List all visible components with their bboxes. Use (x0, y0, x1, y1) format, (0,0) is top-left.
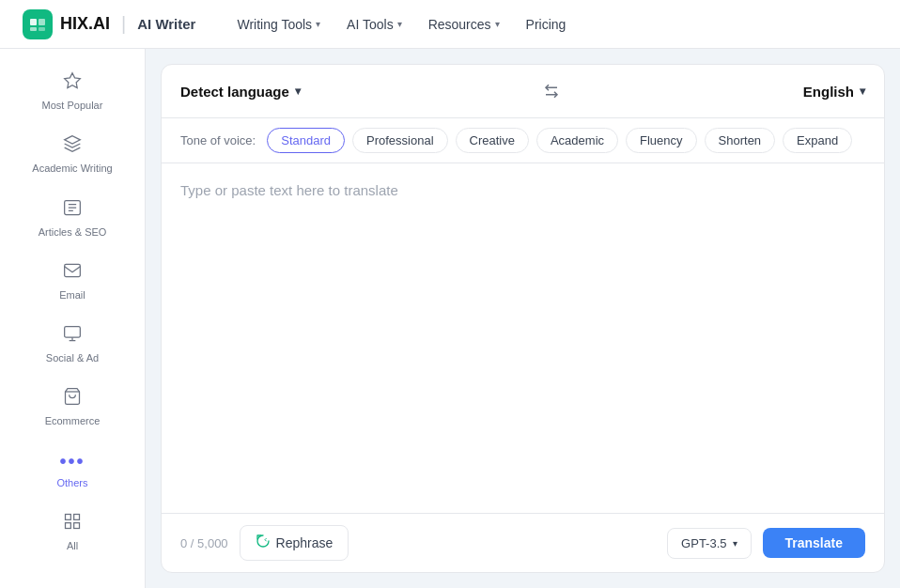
char-count: 0 / 5,000 (180, 536, 228, 550)
logo-text: HIX.AI (60, 14, 110, 34)
text-placeholder: Type or paste text here to translate (180, 182, 398, 198)
translator-card: Detect language ▾ English ▾ Tone of voic… (161, 64, 885, 573)
sidebar-item-academic-writing[interactable]: Academic Writing (8, 125, 137, 184)
nav-links: Writing Tools ▾ AI Tools ▾ Resources ▾ P… (225, 11, 877, 38)
tone-fluency-button[interactable]: Fluency (626, 128, 697, 153)
svg-rect-7 (66, 515, 71, 520)
sidebar-item-articles-seo[interactable]: Articles & SEO (8, 189, 137, 248)
sidebar-item-all[interactable]: All (8, 503, 137, 562)
language-swap-button[interactable] (536, 76, 566, 106)
bottom-bar: 0 / 5,000 Rephrase GPT-3.5 ▾ Tran (162, 513, 884, 572)
tone-label: Tone of voice: (180, 133, 256, 147)
text-input-area[interactable]: Type or paste text here to translate (162, 163, 884, 513)
chevron-down-icon: ▾ (733, 538, 737, 549)
sidebar-item-social-ad[interactable]: Social & Ad (8, 315, 137, 374)
target-language-label: English (803, 84, 854, 100)
svg-rect-8 (74, 515, 80, 520)
logo-icon (23, 9, 53, 39)
gpt-model-label: GPT-3.5 (681, 536, 726, 550)
svg-rect-1 (39, 19, 45, 25)
rephrase-label: Rephrase (276, 535, 334, 550)
academic-icon (63, 134, 82, 158)
svg-rect-9 (66, 523, 71, 529)
social-icon (63, 324, 82, 348)
sidebar-item-most-popular-label: Most Popular (42, 99, 103, 112)
tone-bar: Tone of voice: Standard Professional Cre… (162, 118, 884, 163)
sidebar-item-all-label: All (67, 539, 78, 552)
sidebar: Most Popular Academic Writing Articles &… (0, 49, 146, 588)
email-icon (63, 261, 82, 285)
translate-button[interactable]: Translate (763, 528, 865, 558)
star-icon (63, 71, 82, 95)
tone-standard-button[interactable]: Standard (267, 128, 345, 153)
chevron-down-icon: ▾ (397, 19, 402, 29)
tone-shorten-button[interactable]: Shorten (705, 128, 776, 153)
chevron-down-icon: ▾ (316, 19, 320, 29)
grid-icon (63, 512, 82, 535)
tone-expand-button[interactable]: Expand (783, 128, 852, 153)
logo[interactable]: HIX.AI | AI Writer (23, 9, 195, 39)
nav-writing-tools-label: Writing Tools (237, 17, 312, 32)
articles-icon (63, 198, 82, 222)
chevron-down-icon: ▾ (495, 19, 500, 29)
gpt-model-selector[interactable]: GPT-3.5 ▾ (667, 528, 751, 559)
chevron-down-icon: ▾ (295, 85, 301, 98)
nav-item-pricing[interactable]: Pricing (515, 11, 578, 38)
logo-subtitle: AI Writer (137, 16, 195, 32)
source-language-label: Detect language (180, 84, 289, 100)
svg-rect-5 (65, 264, 81, 276)
source-language-selector[interactable]: Detect language ▾ (180, 84, 301, 100)
language-bar: Detect language ▾ English ▾ (162, 65, 884, 118)
logo-separator: | (121, 13, 126, 35)
nav-ai-tools-label: AI Tools (347, 17, 394, 32)
rephrase-button[interactable]: Rephrase (240, 525, 349, 561)
chevron-down-icon: ▾ (860, 85, 865, 98)
sidebar-item-others-label: Others (56, 476, 87, 489)
sidebar-item-articles-label: Articles & SEO (39, 225, 107, 239)
sidebar-item-social-label: Social & Ad (46, 351, 99, 364)
svg-rect-6 (65, 327, 81, 338)
sidebar-item-email[interactable]: Email (8, 252, 137, 311)
ecommerce-icon (63, 387, 82, 410)
navbar: HIX.AI | AI Writer Writing Tools ▾ AI To… (0, 0, 900, 49)
nav-item-resources[interactable]: Resources ▾ (417, 11, 511, 38)
sidebar-item-ecommerce-label: Ecommerce (45, 414, 101, 427)
nav-item-ai-tools[interactable]: AI Tools ▾ (335, 11, 413, 38)
tone-academic-button[interactable]: Academic (536, 128, 618, 153)
svg-rect-3 (39, 27, 45, 31)
rephrase-icon (256, 534, 271, 552)
sidebar-item-others[interactable]: ••• Others (8, 441, 137, 499)
sidebar-item-email-label: Email (59, 288, 85, 302)
others-icon: ••• (59, 451, 85, 472)
tone-professional-button[interactable]: Professional (352, 128, 448, 153)
nav-item-writing-tools[interactable]: Writing Tools ▾ (225, 11, 332, 38)
svg-rect-10 (74, 523, 80, 529)
sidebar-item-academic-label: Academic Writing (32, 162, 112, 175)
main-layout: Most Popular Academic Writing Articles &… (0, 49, 900, 588)
sidebar-item-most-popular[interactable]: Most Popular (8, 62, 137, 121)
content-area: Detect language ▾ English ▾ Tone of voic… (146, 49, 900, 588)
sidebar-item-ecommerce[interactable]: Ecommerce (8, 378, 137, 437)
svg-rect-2 (30, 27, 37, 31)
svg-rect-0 (30, 19, 37, 25)
nav-resources-label: Resources (428, 17, 491, 32)
target-language-selector[interactable]: English ▾ (803, 84, 865, 100)
tone-creative-button[interactable]: Creative (456, 128, 529, 153)
